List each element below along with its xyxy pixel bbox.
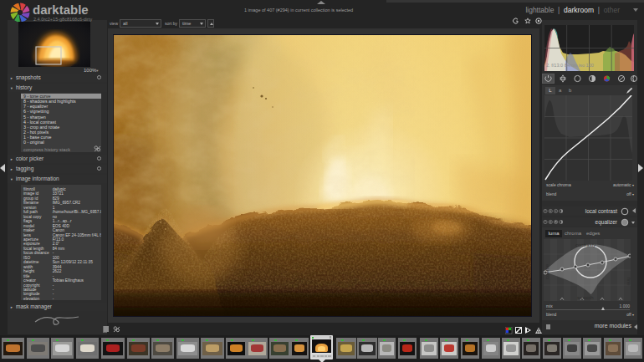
svg-text:fine: fine [626,278,631,286]
svg-text:2. f/13.0 84mm iso 100: 2. f/13.0 84mm iso 100 [546,63,594,68]
svg-text:smooth: smooth [577,295,594,300]
svg-text:coarse: coarse [544,263,549,279]
svg-text:contrasty: contrasty [575,242,595,247]
